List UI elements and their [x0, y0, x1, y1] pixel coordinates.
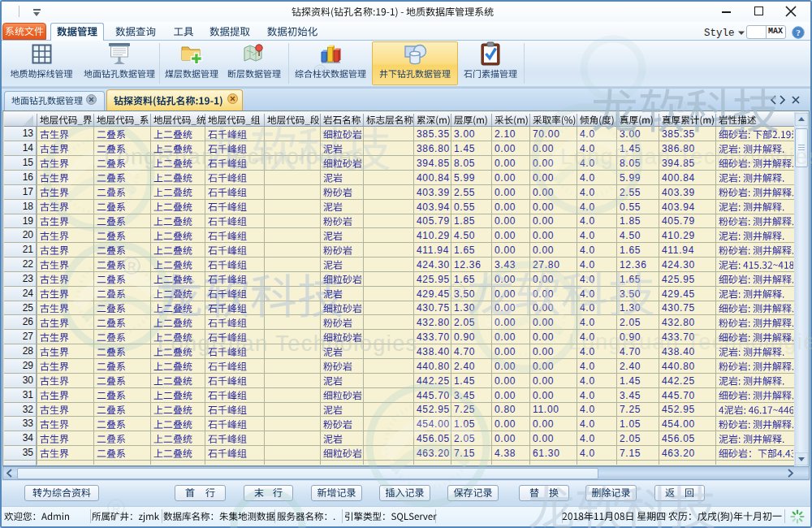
svg-text:?: ?	[796, 28, 801, 37]
